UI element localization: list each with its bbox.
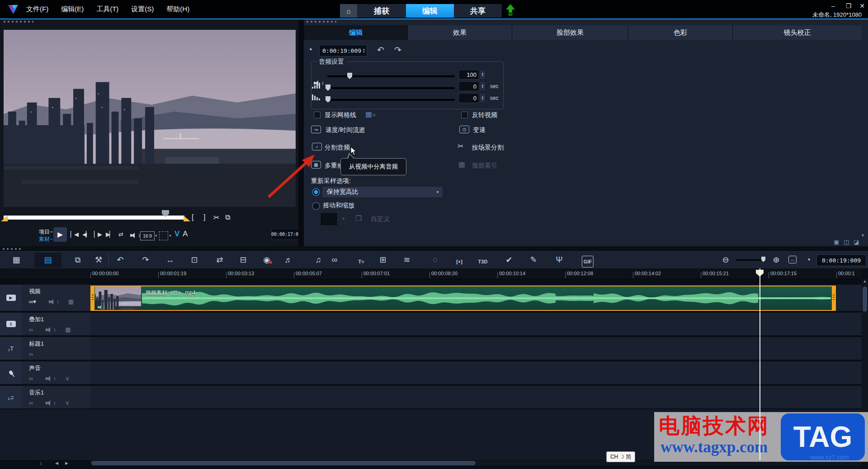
menu-2[interactable]: 工具(T) <box>90 0 125 14</box>
library-layout-3-icon[interactable]: ◪ <box>854 239 859 245</box>
track-expand-icon[interactable]: ∨ <box>65 399 70 406</box>
library-layout-1-icon[interactable]: ▣ <box>834 239 839 245</box>
3d-title-icon[interactable]: T3D <box>478 255 488 266</box>
menu-1[interactable]: 编辑(E) <box>55 0 90 14</box>
fade-in-spinner[interactable]: ▲▼ <box>479 81 486 91</box>
tools-icon[interactable]: ⚒ <box>95 255 102 264</box>
timeline-duration[interactable]: 0:00:19:009 <box>816 254 866 266</box>
track-content-title[interactable] <box>90 337 862 360</box>
variable-speed-icon[interactable]: ◷ <box>459 126 469 133</box>
rotate-right-icon[interactable]: ↷ <box>394 45 401 55</box>
options-tab-3[interactable]: 色彩 <box>628 25 732 40</box>
fit-project-icon[interactable]: ↔ <box>166 255 174 264</box>
fade-out-value[interactable]: 0 <box>458 93 479 103</box>
timeline-view-icon[interactable]: ▤ <box>44 255 52 264</box>
tab-share[interactable]: 共享 <box>454 4 502 18</box>
fade-in-value[interactable]: 0 <box>458 81 479 91</box>
track-header-music[interactable]: ₁♫音乐1∞∨ <box>0 386 90 408</box>
options-tab-1[interactable]: 效果 <box>407 25 512 40</box>
export-upload-icon[interactable] <box>505 4 515 16</box>
minimize-button[interactable]: – <box>828 2 838 9</box>
track-grid-icon[interactable]: ▦ <box>68 298 74 305</box>
mode-clip[interactable]: 素材− <box>39 235 53 243</box>
split-by-scene-icon[interactable]: ✂ <box>458 142 463 150</box>
zoom-out-icon[interactable]: ⊖ <box>722 255 729 264</box>
transition-icon[interactable]: ∞ <box>332 255 338 264</box>
track-header-video[interactable]: ▶视频∞▾▦ <box>0 285 90 311</box>
template-creator-icon[interactable]: ✎ <box>530 255 537 264</box>
mode-project[interactable]: 项目− <box>39 228 53 236</box>
timeline-zoom-slider[interactable] <box>736 259 765 261</box>
link-icon[interactable]: ∞ <box>29 375 33 382</box>
track-mute-icon[interactable] <box>46 400 52 406</box>
aspect-dropdown-icon[interactable]: ▼ <box>155 234 158 237</box>
fade-out-spinner[interactable]: ▲▼ <box>479 93 486 103</box>
rotate-left-icon[interactable]: ↶ <box>377 45 384 55</box>
restore-button[interactable]: ❐ <box>844 2 854 9</box>
pan-zoom-label[interactable]: 摇动和缩放 <box>323 202 354 210</box>
show-grid-checkbox[interactable] <box>314 112 321 118</box>
panel-scroll-down-icon[interactable]: ▼ <box>861 233 865 238</box>
link-icon[interactable]: ∞ <box>29 399 33 406</box>
fade-out-slider[interactable] <box>327 99 455 101</box>
resize-range-icon[interactable]: ⊡ <box>191 255 198 264</box>
tab-edit[interactable]: 编辑 <box>406 4 454 18</box>
track-mute-icon[interactable] <box>46 376 52 381</box>
enlarge-preview-button[interactable]: ⧉ <box>225 213 230 221</box>
clip-duration-field[interactable]: 0:00:19:009 ▲▼ <box>319 45 367 56</box>
storyboard-view-icon[interactable]: ▦ <box>12 255 20 264</box>
audio-toggle[interactable]: A <box>183 230 188 239</box>
mask-creator-icon[interactable]: ◌ <box>433 255 438 264</box>
aspect-ratio-select[interactable]: 16:9 <box>140 231 155 240</box>
clip-trim-right-handle[interactable] <box>832 286 835 310</box>
track-content-voice[interactable] <box>90 361 862 384</box>
tab-capture[interactable]: 捕获 <box>357 4 406 18</box>
zoom-in-icon[interactable]: ⊕ <box>773 255 779 264</box>
ripple-edit-icon[interactable]: ⇄ <box>216 255 223 264</box>
reverse-video-checkbox[interactable] <box>461 112 468 118</box>
clip-trim-left-handle[interactable] <box>91 286 94 310</box>
pan-dropdown-icon[interactable]: ▼ <box>169 234 172 237</box>
track-grid-icon[interactable]: ▦ <box>65 326 71 333</box>
options-drag-handle[interactable] <box>307 21 336 23</box>
track-content-overlay[interactable] <box>90 313 862 335</box>
video-toggle[interactable]: V <box>175 230 179 239</box>
track-content-music[interactable] <box>90 386 862 408</box>
speech-to-text-icon[interactable]: Ψ <box>556 255 562 264</box>
close-button[interactable]: ✕ <box>857 2 867 9</box>
fit-timeline-icon[interactable]: ↔ <box>788 256 797 263</box>
menu-0[interactable]: 文件(F) <box>20 0 55 14</box>
track-header-overlay[interactable]: 1叠加1∞▦ <box>0 313 90 335</box>
playhead-line[interactable] <box>760 268 760 460</box>
split-screen-icon[interactable]: ⊞ <box>379 255 386 264</box>
volume-value[interactable]: 100 <box>458 70 479 80</box>
link-icon[interactable]: ∞ <box>29 326 33 333</box>
timeline-ruler[interactable]: 00:00:00:0000:00:01:1900:00:03:1300:00:0… <box>0 268 862 279</box>
split-by-scene-label[interactable]: 按场景分割 <box>472 144 504 152</box>
motion-tracking-icon[interactable]: ≋ <box>403 255 410 264</box>
sound-mixer-icon[interactable]: ♫ <box>315 255 321 264</box>
check-edit-icon[interactable]: ✔ <box>505 255 512 264</box>
trim-icon[interactable]: ⊟ <box>240 255 246 264</box>
next-frame-button[interactable]: ▏▶ <box>94 231 101 238</box>
speed-timelapse-label[interactable]: 速度/时间流逝 <box>326 126 365 134</box>
home-tab[interactable]: ⌂ <box>340 4 357 18</box>
scroll-left-icon[interactable]: ◀ <box>55 461 58 465</box>
speed-timelapse-icon[interactable]: ↝ <box>311 126 321 133</box>
preview-volume-icon[interactable] <box>130 233 137 238</box>
customize-motion-icon[interactable]: [+] <box>456 255 462 266</box>
vscroll-thumb[interactable] <box>863 286 867 312</box>
timeline-drag-handle[interactable] <box>3 248 21 250</box>
options-tab-4[interactable]: 镜头校正 <box>732 25 862 40</box>
menu-4[interactable]: 帮助(H) <box>160 0 196 14</box>
prev-frame-button[interactable]: ◀▏ <box>82 231 90 238</box>
mark-in-button[interactable]: [ <box>192 213 193 221</box>
undo-icon[interactable]: ↶ <box>117 255 123 264</box>
split-audio-label[interactable]: 分割音频 <box>325 144 350 152</box>
gif-creator-icon[interactable]: GIF <box>582 256 594 267</box>
preview-scrubber[interactable] <box>4 216 184 220</box>
vscroll-up-icon[interactable]: ▲ <box>863 279 867 283</box>
track-mute-icon[interactable] <box>49 299 56 305</box>
copy-icon[interactable]: ⧉ <box>75 255 81 264</box>
pan-select-tool[interactable] <box>159 231 168 240</box>
